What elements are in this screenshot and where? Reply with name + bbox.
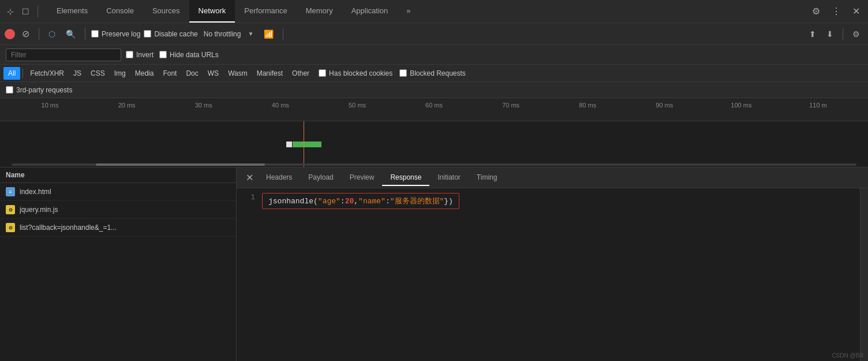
settings-icon[interactable]: ⚙ <box>809 3 824 19</box>
tab-more[interactable]: » <box>397 0 420 23</box>
tab-console[interactable]: Console <box>97 0 143 23</box>
hide-data-urls-checkbox[interactable]: Hide data URLs <box>159 51 219 59</box>
code-key2: "name" <box>358 197 386 206</box>
js-icon-list: ⊙ <box>6 223 15 232</box>
blocked-requests-checkbox[interactable]: Blocked Requests <box>399 69 466 77</box>
waterfall-green <box>293 142 321 147</box>
filter-icon[interactable]: ⬡ <box>45 27 59 41</box>
type-btn-js[interactable]: JS <box>69 67 86 80</box>
type-btn-manifest[interactable]: Manifest <box>252 67 287 80</box>
tab-sources[interactable]: Sources <box>143 0 189 23</box>
separator-2 <box>85 28 85 40</box>
right-panel: ✕ Headers Payload Preview Response Initi… <box>237 168 868 361</box>
type-btn-all[interactable]: All <box>3 67 20 80</box>
panel-close-button[interactable]: ✕ <box>241 172 258 184</box>
upload-icon[interactable]: ⬆ <box>806 27 820 41</box>
blocked-requests-input[interactable] <box>399 69 407 77</box>
invert-label: Invert <box>136 51 154 59</box>
devtools-icon-group: ⊹ ☐ <box>5 5 40 18</box>
ruler-110ms: 110 m <box>780 102 856 109</box>
panel-tab-response[interactable]: Response <box>382 170 429 186</box>
type-btn-css[interactable]: CSS <box>86 67 110 80</box>
file-list: Name ≡ index.html ⊙ jquery.min.js ⊙ list… <box>0 168 237 361</box>
has-blocked-cookies-checkbox[interactable]: Has blocked cookies <box>319 69 392 77</box>
download-icon[interactable]: ⬇ <box>823 27 837 41</box>
panel-tab-initiator[interactable]: Initiator <box>429 170 468 186</box>
response-code-box: jsonhandle("age":20,"name":"服务器的数据"}) <box>262 193 459 209</box>
panel-tab-timing[interactable]: Timing <box>469 170 506 186</box>
toolbar-right-actions: ⬆ ⬇ ⚙ <box>806 27 863 41</box>
hide-data-urls-input[interactable] <box>159 51 167 58</box>
ruler-80ms: 80 ms <box>549 102 626 109</box>
ruler-60ms: 60 ms <box>395 102 472 109</box>
filter-bar: Invert Hide data URLs <box>0 45 868 65</box>
no-throttling-label: No throttling <box>204 30 241 38</box>
code-val2: "服务器的数据" <box>390 197 444 206</box>
third-party-checkbox[interactable]: 3rd-party requests <box>6 86 72 94</box>
type-btn-ws[interactable]: WS <box>203 67 223 80</box>
file-item-list-callback[interactable]: ⊙ list?callback=jsonhandle&_=1... <box>0 219 236 237</box>
js-icon-jquery: ⊙ <box>6 205 15 214</box>
third-party-input[interactable] <box>6 86 13 94</box>
type-btn-img[interactable]: Img <box>110 67 130 80</box>
right-scrollbar[interactable] <box>860 188 868 361</box>
code-prefix: jsonhandle( <box>268 197 318 206</box>
hide-data-urls-label: Hide data URLs <box>170 51 219 59</box>
has-blocked-cookies-input[interactable] <box>319 69 326 77</box>
preserve-log-input[interactable] <box>91 30 99 38</box>
waterfall-vertical-line <box>304 121 304 167</box>
tab-performance[interactable]: Performance <box>235 0 296 23</box>
search-icon[interactable]: 🔍 <box>62 27 79 41</box>
type-btn-media[interactable]: Media <box>130 67 159 80</box>
preserve-log-checkbox[interactable]: Preserve log <box>91 30 140 38</box>
tab-application[interactable]: Application <box>342 0 398 23</box>
file-item-jquery[interactable]: ⊙ jquery.min.js <box>0 201 236 219</box>
type-btn-wasm[interactable]: Wasm <box>223 67 252 80</box>
device-toggle-icon[interactable]: ☐ <box>20 5 32 18</box>
record-button[interactable] <box>5 29 15 39</box>
tab-network[interactable]: Network <box>189 0 235 23</box>
type-btn-doc[interactable]: Doc <box>181 67 203 80</box>
more-options-icon[interactable]: ⋮ <box>828 3 844 19</box>
network-toolbar: ⊘ ⬡ 🔍 Preserve log Disable cache No thro… <box>0 23 868 45</box>
type-btn-font[interactable]: Font <box>158 67 181 80</box>
main-panel: Name ≡ index.html ⊙ jquery.min.js ⊙ list… <box>0 168 868 361</box>
invert-input[interactable] <box>126 51 133 58</box>
timeline-chart <box>0 121 868 168</box>
type-btn-fetch-xhr[interactable]: Fetch/XHR <box>25 67 69 80</box>
panel-tab-preview[interactable]: Preview <box>342 170 383 186</box>
tab-memory[interactable]: Memory <box>297 0 342 23</box>
tab-elements[interactable]: Elements <box>47 0 97 23</box>
watermark: CSDN @Bill <box>832 352 863 359</box>
panel-tab-headers[interactable]: Headers <box>258 170 300 186</box>
third-party-label: 3rd-party requests <box>16 86 72 94</box>
timeline-scroll-thumb[interactable] <box>96 163 265 166</box>
code-key1: "age" <box>318 197 341 206</box>
wifi-icon[interactable]: 📶 <box>260 27 277 41</box>
throttle-dropdown-icon[interactable]: ▼ <box>244 28 257 39</box>
has-blocked-cookies-label: Has blocked cookies <box>329 69 392 77</box>
timeline-scrollbar[interactable] <box>12 163 856 166</box>
ruler-20ms: 20 ms <box>88 102 165 109</box>
close-devtools-icon[interactable]: ✕ <box>849 3 863 19</box>
clear-button[interactable]: ⊘ <box>18 26 33 42</box>
invert-checkbox[interactable]: Invert <box>126 51 154 59</box>
filter-input[interactable] <box>6 49 121 61</box>
file-name-list-callback: list?callback=jsonhandle&_=1... <box>20 224 117 232</box>
panel-tab-payload[interactable]: Payload <box>300 170 341 186</box>
devtools-actions: ⚙ ⋮ ✕ <box>809 3 863 19</box>
code-val1: 20 <box>345 197 354 206</box>
disable-cache-input[interactable] <box>144 30 151 38</box>
disable-cache-label: Disable cache <box>154 30 197 38</box>
type-btn-other[interactable]: Other <box>287 67 314 80</box>
filter-options: Invert Hide data URLs <box>126 51 219 59</box>
file-item-index-html[interactable]: ≡ index.html <box>0 183 236 201</box>
ruler-30ms: 30 ms <box>165 102 242 109</box>
preserve-log-label: Preserve log <box>102 30 140 38</box>
cursor-icon[interactable]: ⊹ <box>5 5 16 18</box>
network-settings-icon[interactable]: ⚙ <box>849 27 863 41</box>
line-number: 1 <box>244 193 255 202</box>
tabs-bar: ⊹ ☐ Elements Console Sources Network Per… <box>0 0 868 23</box>
third-party-bar: 3rd-party requests <box>0 82 868 98</box>
disable-cache-checkbox[interactable]: Disable cache <box>144 30 197 38</box>
